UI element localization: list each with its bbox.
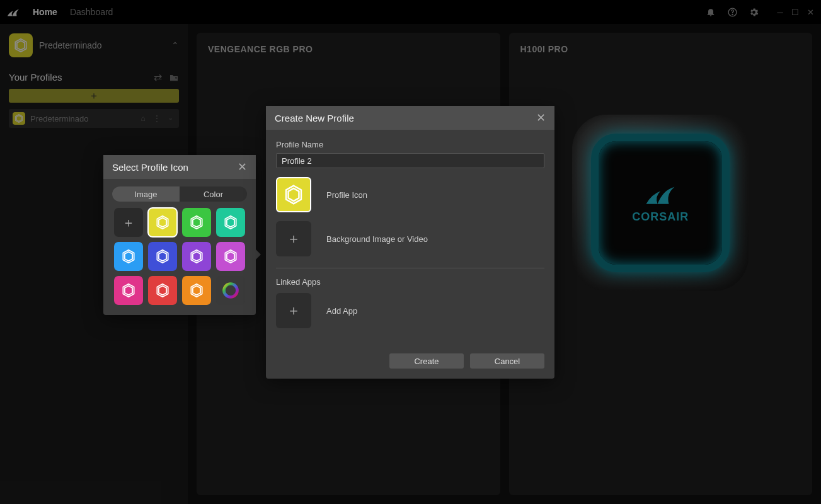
icon-option[interactable]	[216, 242, 245, 271]
icon-option[interactable]	[148, 242, 177, 271]
icon-picker-tabs: Image Color	[112, 186, 247, 202]
icon-option[interactable]	[114, 276, 143, 305]
profile-name-input[interactable]	[276, 153, 544, 168]
icon-picker-close[interactable]: ✕	[238, 160, 247, 174]
background-label: Background Image or Video	[326, 234, 428, 244]
add-custom-icon[interactable]: ＋	[114, 208, 143, 237]
profile-name-label: Profile Name	[276, 140, 544, 149]
icon-picker-modal: Select Profile Icon ✕ Image Color ＋	[103, 155, 256, 315]
icon-option[interactable]	[114, 242, 143, 271]
add-app-button[interactable]: ＋	[276, 293, 311, 328]
icon-option[interactable]	[148, 276, 177, 305]
create-profile-modal: Create New Profile ✕ Profile Name Profil…	[266, 106, 554, 379]
create-button[interactable]: Create	[389, 353, 464, 369]
icon-option[interactable]	[182, 276, 211, 305]
icon-option[interactable]	[182, 208, 211, 237]
divider	[276, 268, 544, 268]
create-modal-title: Create New Profile	[275, 113, 354, 123]
tab-image[interactable]: Image	[112, 186, 180, 202]
profile-icon-preview[interactable]	[276, 177, 311, 212]
icon-option-rainbow[interactable]	[216, 276, 245, 305]
tab-color[interactable]: Color	[180, 186, 247, 202]
add-app-label: Add App	[326, 306, 357, 316]
svg-point-2	[224, 284, 238, 297]
create-modal-close[interactable]: ✕	[536, 111, 546, 125]
icon-option[interactable]	[148, 208, 177, 237]
cancel-button[interactable]: Cancel	[470, 353, 544, 369]
icon-option[interactable]	[182, 242, 211, 271]
profile-icon-label: Profile Icon	[326, 190, 367, 200]
linked-apps-label: Linked Apps	[276, 277, 544, 287]
icon-picker-title: Select Profile Icon	[112, 162, 188, 173]
popover-arrow	[256, 249, 261, 260]
icon-option[interactable]	[216, 208, 245, 237]
add-background-button[interactable]: ＋	[276, 221, 311, 256]
